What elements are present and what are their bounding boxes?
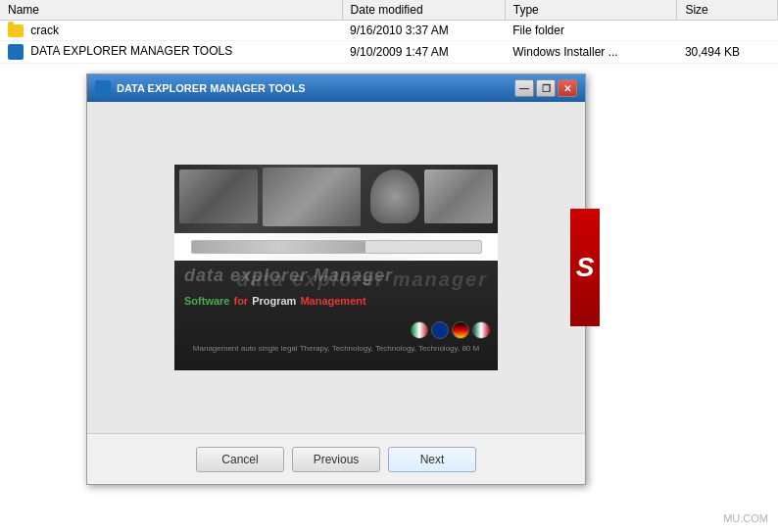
flag-uk [431, 321, 449, 339]
installer-dialog: DATA EXPLORER MANAGER TOOLS — ❐ ✕ [86, 73, 586, 485]
msi-icon [8, 44, 24, 60]
date-cell: 9/16/2010 3:37 AM [342, 21, 505, 41]
cancel-button[interactable]: Cancel [196, 447, 284, 472]
flag-germany [452, 321, 469, 339]
size-cell [677, 21, 778, 41]
watermark: MU.COM [723, 512, 768, 524]
flag-icons [411, 321, 490, 339]
flag-mexico [472, 321, 490, 339]
dialog-controls: — ❐ ✕ [514, 79, 577, 97]
size-cell: 30,494 KB [677, 41, 778, 64]
for-label: for [233, 295, 248, 307]
next-button[interactable]: Next [388, 447, 476, 472]
logo-text-right: data explorer manager [236, 268, 488, 291]
dialog-title-text: DATA EXPLORER MANAGER TOOLS [117, 82, 514, 94]
installer-image-area: data explorer Manager data explorer mana… [174, 165, 498, 370]
table-header: Name Date modified Type Size [0, 0, 778, 21]
minimize-button[interactable]: — [514, 79, 534, 97]
file-list-table: Name Date modified Type Size crack 9/16/… [0, 0, 778, 64]
red-side-decoration: S [570, 209, 600, 326]
watermark-text: MU.COM [723, 512, 768, 524]
car-image-3 [424, 169, 493, 223]
banner-middle [174, 233, 498, 261]
software-label: Software [184, 295, 229, 307]
loading-bar [191, 240, 482, 254]
restore-button[interactable]: ❐ [536, 79, 556, 97]
dialog-footer: Cancel Previous Next [87, 433, 585, 484]
file-name-cell: crack [0, 21, 342, 41]
loading-progress [192, 241, 365, 253]
banner-bottom: data explorer Manager data explorer mana… [174, 261, 498, 370]
previous-button[interactable]: Previous [292, 447, 380, 472]
management-label: Management [300, 295, 365, 307]
dialog-titlebar: DATA EXPLORER MANAGER TOOLS — ❐ ✕ [87, 74, 585, 102]
dialog-title-icon [95, 80, 111, 96]
flag-italy [411, 321, 428, 339]
type-cell: Windows Installer ... [505, 41, 677, 64]
dialog-content: data explorer Manager data explorer mana… [87, 102, 585, 433]
type-cell: File folder [505, 21, 677, 41]
col-type[interactable]: Type [505, 0, 677, 21]
software-line: Software for Program Management [184, 295, 488, 307]
banner-top [174, 165, 498, 233]
folder-icon [8, 24, 24, 37]
phone-image [370, 169, 419, 223]
col-name[interactable]: Name [0, 0, 342, 21]
file-name-cell: DATA EXPLORER MANAGER TOOLS [0, 41, 342, 64]
date-cell: 9/10/2009 1:47 AM [342, 41, 505, 64]
file-name: DATA EXPLORER MANAGER TOOLS [30, 45, 232, 59]
col-date[interactable]: Date modified [342, 0, 505, 21]
col-size[interactable]: Size [677, 0, 778, 21]
red-s-letter: S [576, 252, 595, 283]
program-label: Program [252, 295, 296, 307]
file-name: crack [30, 24, 59, 37]
description-line: Management auto single legal Therapy, Te… [184, 344, 488, 353]
table-row[interactable]: DATA EXPLORER MANAGER TOOLS 9/10/2009 1:… [0, 41, 778, 64]
car-image-1 [179, 169, 258, 223]
table-row[interactable]: crack 9/16/2010 3:37 AM File folder [0, 21, 778, 41]
car-image-2 [263, 168, 361, 226]
close-button[interactable]: ✕ [558, 79, 577, 97]
